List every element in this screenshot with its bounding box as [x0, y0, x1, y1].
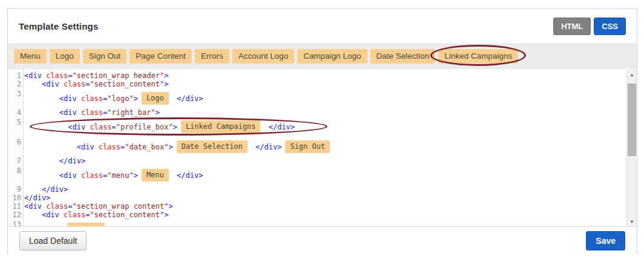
toolbar-chip-menu[interactable]: Menu	[14, 49, 47, 64]
panel-footer: Load Default Save	[8, 226, 637, 254]
token-toolbar: MenuLogoSign OutPage ContentErrorsAccoun…	[8, 44, 637, 68]
code-token-str: "section_content"	[90, 211, 164, 219]
indent	[24, 157, 59, 165]
line-number: 8	[8, 165, 23, 185]
mode-buttons: HTMLCSS	[553, 18, 626, 35]
code-token-attr: class	[81, 94, 103, 103]
line-number: 6	[8, 137, 23, 157]
code-token-tag: <div	[42, 211, 64, 219]
code-token-tag: </div>	[172, 171, 203, 180]
indent	[24, 225, 64, 227]
toolbar-chip-logo[interactable]: Logo	[50, 49, 80, 64]
code-token-attr: class	[64, 211, 85, 219]
code-token-tag: >	[134, 171, 138, 180]
code-token-tag: >	[168, 143, 172, 151]
toolbar-chip-errors[interactable]: Errors	[195, 49, 229, 64]
code-token-tag: </div>	[42, 185, 68, 194]
code-token-chip-menu[interactable]: Menu	[142, 169, 169, 182]
toolbar-chip-campaign-logo[interactable]: Campaign Logo	[297, 49, 367, 64]
code-token-tag: =	[85, 211, 90, 219]
code-token-chip-blank[interactable]	[67, 223, 105, 226]
scroll-down-arrow-icon[interactable]: ▼	[627, 217, 637, 226]
line-number: 11	[8, 202, 23, 211]
line-number: 3	[8, 88, 23, 108]
code-token-tag: =	[85, 80, 90, 88]
code-token-tag: >	[164, 71, 168, 80]
toolbar-chip-linked-campaigns[interactable]: Linked Campaigns	[438, 49, 518, 64]
panel-header: Template Settings HTMLCSS	[8, 9, 637, 44]
code-token-tag: =	[103, 171, 107, 180]
page-title: Template Settings	[19, 21, 98, 31]
code-line-1: <div class="section_wrap header">	[24, 71, 626, 80]
mode-button-css[interactable]: CSS	[594, 18, 626, 35]
code-line-11: <div class="section_wrap content">	[24, 202, 626, 211]
code-token-tag: <div	[24, 202, 46, 211]
toolbar-chip-date-selection[interactable]: Date Selection	[370, 49, 436, 64]
scrollbar-thumb[interactable]	[628, 84, 636, 156]
code-token-tag: </div>	[24, 194, 50, 202]
code-line-13	[24, 219, 626, 226]
code-token-tag: =	[103, 108, 107, 117]
indent	[24, 94, 59, 103]
code-token-tag: =	[120, 143, 125, 151]
code-token-attr: class	[81, 171, 103, 180]
code-token-tag: =	[103, 94, 107, 103]
code-token-tag: <div	[42, 80, 64, 88]
load-default-button[interactable]: Load Default	[19, 231, 87, 251]
code-token-attr: class	[64, 80, 85, 88]
code-token-tag: <div	[24, 71, 46, 80]
toolbar-chip-page-content[interactable]: Page Content	[130, 49, 192, 64]
indent	[24, 211, 42, 219]
code-line-3: <div class="logo">Logo </div>	[24, 88, 626, 108]
code-line-8: <div class="menu">Menu </div>	[24, 165, 626, 185]
code-token-tag: </div>	[172, 94, 203, 103]
code-token-tag: >	[168, 202, 172, 211]
indent	[24, 123, 68, 131]
line-number-gutter: 12345678910111213	[8, 69, 24, 226]
code-line-7: </div>	[24, 157, 626, 165]
indent	[24, 171, 59, 180]
code-token-str: "menu"	[107, 171, 133, 180]
code-token-tag: >	[164, 80, 168, 88]
code-token-str: "logo"	[107, 94, 133, 103]
code-token-str: "section_wrap content"	[72, 202, 168, 211]
code-token-tag: </div>	[264, 123, 295, 131]
indent	[24, 108, 59, 117]
toolbar-chip-account-logo[interactable]: Account Logo	[232, 49, 295, 64]
code-token-str: "profile_box"	[116, 123, 173, 131]
code-token-tag: <div	[59, 94, 81, 103]
template-settings-panel: Template Settings HTMLCSS MenuLogoSign O…	[7, 8, 637, 254]
code-token-attr: class	[90, 123, 111, 131]
code-token-chip-linked-campaigns[interactable]: Linked Campaigns	[181, 120, 261, 133]
code-token-chip-logo[interactable]: Logo	[142, 92, 169, 105]
code-token-chip-sign-out[interactable]: Sign Out	[285, 140, 330, 153]
code-token-str: "right_bar"	[107, 108, 155, 117]
mode-button-html[interactable]: HTML	[553, 18, 591, 35]
code-token-tag: <div	[59, 171, 81, 180]
code-token-str: "section_wrap header"	[72, 71, 164, 80]
line-number: 4	[8, 108, 23, 117]
line-number: 12	[8, 211, 23, 219]
code-editor[interactable]: 12345678910111213 <div class="section_wr…	[8, 68, 637, 226]
code-line-12: <div class="section_content">	[24, 211, 626, 219]
code-token-attr: class	[99, 143, 120, 151]
code-token-tag: =	[68, 71, 72, 80]
code-token-tag: >	[134, 94, 138, 103]
code-token-attr: class	[46, 71, 68, 80]
code-token-tag: >	[173, 123, 177, 131]
code-line-6: <div class="date_box">Date Selection </d…	[24, 137, 626, 157]
save-button[interactable]: Save	[586, 231, 625, 251]
indent	[24, 80, 42, 88]
indent	[24, 143, 77, 151]
line-number: 1	[8, 71, 23, 80]
code-token-tag: <div	[68, 123, 90, 131]
line-number: 5	[8, 117, 23, 137]
code-token-str: "section_content"	[90, 80, 164, 88]
scroll-up-arrow-icon[interactable]: ▲	[627, 70, 637, 79]
toolbar-chip-sign-out[interactable]: Sign Out	[83, 49, 127, 64]
code-token-attr: class	[81, 108, 103, 117]
code-token-tag: >	[164, 211, 168, 219]
code-line-10: </div>	[24, 194, 626, 202]
code-token-chip-date-selection[interactable]: Date Selection	[177, 140, 248, 153]
code-token-tag: <div	[59, 108, 81, 117]
